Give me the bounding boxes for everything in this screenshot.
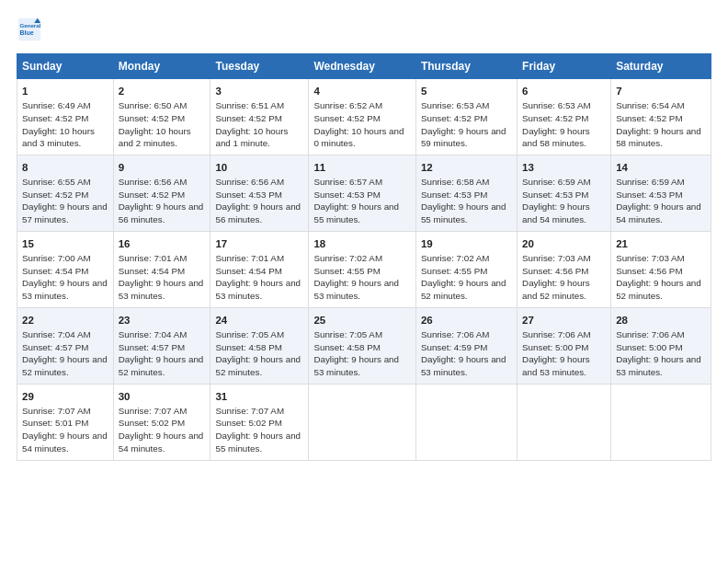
calendar-cell: 15Sunrise: 7:00 AMSunset: 4:54 PMDayligh… [17,231,114,307]
day-number: 27 [522,313,606,327]
daylight-text: Daylight: 9 hours and 53 minutes. [22,277,108,302]
sunrise-text: Sunrise: 7:03 AM [522,252,606,265]
sunset-text: Sunset: 5:02 PM [215,417,303,430]
sunset-text: Sunset: 4:52 PM [522,112,606,125]
sunset-text: Sunset: 4:53 PM [522,189,606,201]
daylight-text: Daylight: 9 hours and 54 minutes. [22,430,108,454]
calendar-cell: 19Sunrise: 7:02 AMSunset: 4:55 PMDayligh… [415,231,517,307]
sunrise-text: Sunrise: 6:55 AM [22,176,108,189]
calendar-cell: 22Sunrise: 7:04 AMSunset: 4:57 PMDayligh… [17,307,114,384]
day-number: 10 [215,160,303,175]
daylight-text: Daylight: 9 hours and 55 minutes. [421,201,512,225]
day-number: 5 [421,84,512,98]
day-number: 29 [22,389,108,404]
page: General Blue SundayMondayTuesdayWednesda… [0,0,728,563]
day-number: 6 [522,84,606,98]
sunset-text: Sunset: 4:52 PM [22,189,108,201]
svg-text:General: General [20,22,41,29]
sunset-text: Sunset: 4:54 PM [22,265,108,278]
day-number: 28 [616,313,706,327]
sunrise-text: Sunrise: 6:52 AM [313,99,410,112]
sunset-text: Sunset: 5:00 PM [616,341,706,354]
daylight-text: Daylight: 9 hours and 54 minutes. [522,201,606,225]
day-number: 4 [313,84,410,98]
daylight-text: Daylight: 9 hours and 53 minutes. [421,353,512,378]
daylight-text: Daylight: 9 hours and 52 minutes. [421,277,512,302]
col-header-saturday: Saturday [611,54,711,79]
calendar-week-row: 22Sunrise: 7:04 AMSunset: 4:57 PMDayligh… [17,307,711,384]
daylight-text: Daylight: 9 hours and 57 minutes. [22,201,108,225]
col-header-tuesday: Tuesday [210,54,309,79]
calendar-cell: 28Sunrise: 7:06 AMSunset: 5:00 PMDayligh… [611,307,711,384]
sunset-text: Sunset: 4:58 PM [215,341,303,354]
sunrise-text: Sunrise: 6:59 AM [616,176,706,189]
svg-text:Blue: Blue [20,29,34,36]
sunrise-text: Sunrise: 7:01 AM [215,252,303,265]
sunrise-text: Sunrise: 7:07 AM [119,405,206,418]
calendar-cell: 20Sunrise: 7:03 AMSunset: 4:56 PMDayligh… [518,231,611,307]
sunset-text: Sunset: 4:57 PM [119,341,206,354]
calendar-cell: 5Sunrise: 6:53 AMSunset: 4:52 PMDaylight… [415,79,517,155]
calendar-cell: 26Sunrise: 7:06 AMSunset: 4:59 PMDayligh… [415,307,517,384]
daylight-text: Daylight: 9 hours and 53 minutes. [119,277,206,302]
calendar-cell: 8Sunrise: 6:55 AMSunset: 4:52 PMDaylight… [17,155,114,231]
day-number: 2 [119,84,206,98]
day-number: 1 [22,84,108,98]
sunset-text: Sunset: 4:54 PM [215,265,303,278]
daylight-text: Daylight: 10 hours and 3 minutes. [22,125,108,150]
daylight-text: Daylight: 9 hours and 53 minutes. [522,353,606,378]
calendar-table: SundayMondayTuesdayWednesdayThursdayFrid… [17,53,711,461]
calendar-cell: 6Sunrise: 6:53 AMSunset: 4:52 PMDaylight… [518,79,611,155]
calendar-cell: 7Sunrise: 6:54 AMSunset: 4:52 PMDaylight… [611,79,711,155]
day-number: 23 [119,313,206,327]
sunrise-text: Sunrise: 7:03 AM [616,252,706,265]
calendar-cell: 12Sunrise: 6:58 AMSunset: 4:53 PMDayligh… [415,155,517,231]
col-header-wednesday: Wednesday [309,54,415,79]
calendar-cell: 27Sunrise: 7:06 AMSunset: 5:00 PMDayligh… [518,307,611,384]
sunrise-text: Sunrise: 6:57 AM [313,176,410,189]
daylight-text: Daylight: 9 hours and 53 minutes. [616,353,706,378]
daylight-text: Daylight: 10 hours and 1 minute. [215,125,303,150]
sunrise-text: Sunrise: 7:06 AM [616,328,706,341]
sunrise-text: Sunrise: 7:05 AM [313,328,410,341]
calendar-cell [518,384,611,460]
logo: General Blue [17,17,46,42]
calendar-week-row: 1Sunrise: 6:49 AMSunset: 4:52 PMDaylight… [17,79,711,155]
sunset-text: Sunset: 4:53 PM [215,189,303,201]
col-header-thursday: Thursday [415,54,517,79]
sunset-text: Sunset: 4:53 PM [616,189,706,201]
calendar-cell: 25Sunrise: 7:05 AMSunset: 4:58 PMDayligh… [309,307,415,384]
col-header-sunday: Sunday [17,54,114,79]
sunrise-text: Sunrise: 6:59 AM [522,176,606,189]
calendar-body: 1Sunrise: 6:49 AMSunset: 4:52 PMDaylight… [17,79,711,461]
daylight-text: Daylight: 9 hours and 52 minutes. [522,277,606,302]
daylight-text: Daylight: 9 hours and 54 minutes. [616,201,706,225]
daylight-text: Daylight: 9 hours and 59 minutes. [421,125,512,150]
sunrise-text: Sunrise: 6:49 AM [22,99,108,112]
calendar-cell: 4Sunrise: 6:52 AMSunset: 4:52 PMDaylight… [309,79,415,155]
calendar-cell: 30Sunrise: 7:07 AMSunset: 5:02 PMDayligh… [113,384,210,460]
sunset-text: Sunset: 4:52 PM [119,189,206,201]
sunrise-text: Sunrise: 6:56 AM [119,176,206,189]
daylight-text: Daylight: 9 hours and 53 minutes. [313,277,410,302]
sunset-text: Sunset: 5:00 PM [522,341,606,354]
sunset-text: Sunset: 4:52 PM [22,112,108,125]
header: General Blue [17,17,711,42]
sunset-text: Sunset: 4:53 PM [313,189,410,201]
sunset-text: Sunset: 4:58 PM [313,341,410,354]
sunrise-text: Sunrise: 6:56 AM [215,176,303,189]
calendar-cell: 2Sunrise: 6:50 AMSunset: 4:52 PMDaylight… [113,79,210,155]
sunset-text: Sunset: 4:59 PM [421,341,512,354]
daylight-text: Daylight: 9 hours and 52 minutes. [22,353,108,378]
sunset-text: Sunset: 4:53 PM [421,189,512,201]
calendar-cell: 18Sunrise: 7:02 AMSunset: 4:55 PMDayligh… [309,231,415,307]
sunrise-text: Sunrise: 7:06 AM [522,328,606,341]
logo-icon: General Blue [17,17,42,42]
day-number: 11 [313,160,410,175]
calendar-cell: 23Sunrise: 7:04 AMSunset: 4:57 PMDayligh… [113,307,210,384]
calendar-cell [309,384,415,460]
sunset-text: Sunset: 4:56 PM [522,265,606,278]
col-header-monday: Monday [113,54,210,79]
calendar-week-row: 15Sunrise: 7:00 AMSunset: 4:54 PMDayligh… [17,231,711,307]
day-number: 30 [119,389,206,404]
